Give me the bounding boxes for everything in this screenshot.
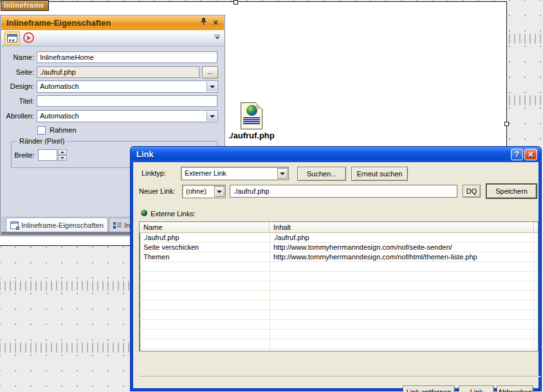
properties-icon [7, 34, 17, 42]
links-table: Name Inhalt ./aufruf.php ./aufruf.php Se… [139, 221, 538, 351]
name-label: Name: [1, 53, 34, 61]
object-label: ./aufruf.php [223, 131, 281, 140]
design-label: Design: [1, 82, 34, 90]
table-row[interactable]: Seite verschicken http://www.tommyherrma… [140, 243, 538, 252]
breite-stepper[interactable] [58, 149, 67, 161]
cell-name: Themen [140, 252, 270, 262]
table-body: ./aufruf.php ./aufruf.php Seite verschic… [140, 233, 538, 350]
rahmen-label: Rahmen [50, 126, 77, 134]
seite-label: Seite: [1, 68, 34, 76]
erneut-suchen-button[interactable]: Erneut suchen [351, 167, 408, 181]
record-icon[interactable] [23, 32, 34, 43]
app-screen: ./aufruf.php Inlineframe Inlineframe-Eig… [0, 0, 543, 392]
linktyp-value: Externer Link [185, 169, 226, 177]
abrollen-label: Abrollen: [1, 112, 34, 120]
speichern-button[interactable]: Speichern [486, 184, 537, 198]
cell-name: ./aufruf.php [140, 233, 270, 243]
selection-handle-top[interactable] [234, 0, 238, 5]
column-header-spacer [534, 222, 538, 232]
column-header-name[interactable]: Name [140, 222, 270, 232]
inlineframe-object[interactable] [241, 102, 262, 129]
help-icon[interactable]: ? [511, 149, 523, 160]
dq-button[interactable]: DQ [463, 185, 481, 198]
titel-input[interactable] [37, 95, 217, 107]
divider [139, 376, 540, 377]
selection-handle-right[interactable] [504, 122, 509, 126]
chevron-down-icon[interactable] [207, 82, 217, 91]
properties-tab-icon [10, 221, 19, 229]
chevron-down-icon[interactable] [207, 111, 217, 121]
globe-icon [141, 210, 147, 216]
chevron-down-icon[interactable] [277, 168, 288, 179]
browse-button[interactable]: ... [202, 66, 218, 79]
globe-icon [246, 105, 257, 116]
cell-inhalt: http://www.tommyherrmanndesign.com/nof/s… [270, 243, 538, 252]
text-line-icon [243, 121, 260, 122]
design-value: Automatisch [40, 82, 79, 90]
cell-name: Seite verschicken [140, 243, 270, 252]
column-divider [270, 233, 270, 350]
table-row[interactable]: Themen http://www.tommyherrmanndesign.co… [140, 252, 538, 262]
linktyp-label: Linktyp: [142, 169, 166, 177]
breite-input[interactable] [38, 149, 57, 161]
link-dialog: Link ? ✕ Linktyp: Externer Link Suchen..… [131, 147, 541, 391]
suchen-button[interactable]: Suchen... [297, 167, 346, 181]
tab-inlineframe-eigenschaften[interactable]: Inlineframe-Eigenschaften [6, 218, 108, 232]
column-header-inhalt[interactable]: Inhalt [270, 222, 534, 232]
neuer-link-label: Neuer Link: [139, 187, 175, 195]
tab-label: In [124, 221, 130, 229]
spin-up-icon[interactable] [58, 149, 67, 155]
abrollen-value: Automatisch [40, 112, 79, 120]
pin-icon[interactable] [198, 18, 208, 28]
page-fold-icon [256, 102, 262, 109]
rahmen-checkbox[interactable] [37, 126, 46, 135]
text-line-icon [243, 123, 260, 124]
design-select[interactable]: Automatisch [37, 80, 218, 93]
spin-down-icon[interactable] [58, 155, 67, 161]
neuer-link-combo-value: (ohne) [186, 187, 207, 195]
linktyp-select[interactable]: Externer Link [181, 167, 289, 180]
selection-tab[interactable]: Inlineframe [1, 0, 49, 11]
dialog-title: Link [136, 149, 154, 159]
toolbar-overflow-icon[interactable] [214, 35, 220, 39]
neuer-link-select[interactable]: (ohne) [182, 185, 226, 198]
link-entfernen-button[interactable]: Link entfernen [403, 386, 455, 392]
breite-label: Breite: [12, 151, 35, 159]
list-tab-icon [113, 221, 122, 229]
panel-toolbar [1, 30, 224, 46]
properties-view-button[interactable] [5, 32, 20, 45]
column-divider [534, 233, 535, 350]
abrollen-select[interactable]: Automatisch [37, 110, 218, 122]
raender-legend: Ränder (Pixel) [17, 137, 67, 145]
name-input[interactable] [37, 51, 217, 63]
text-line-icon [243, 119, 260, 120]
chevron-down-icon[interactable] [214, 186, 225, 197]
seite-input[interactable] [37, 66, 199, 78]
close-icon[interactable]: ✕ [524, 149, 537, 160]
dialog-titlebar[interactable]: Link ? ✕ [131, 147, 541, 162]
neuer-link-input[interactable] [230, 185, 457, 198]
cell-inhalt: http://www.tommyherrmanndesign.com/nof/h… [270, 252, 538, 262]
cell-inhalt: ./aufruf.php [270, 233, 538, 243]
tab-label: Inlineframe-Eigenschaften [21, 221, 104, 229]
link-button[interactable]: Link [459, 386, 494, 392]
titel-label: Titel: [1, 97, 34, 105]
abbrechen-button[interactable]: Abbrechen [497, 386, 533, 392]
dialog-body: Linktyp: Externer Link Suchen... Erneut … [131, 162, 541, 391]
panel-titlebar[interactable]: Inlineframe-Eigenschaften ✕ [1, 16, 224, 30]
externe-links-label: Externe Links: [151, 210, 196, 218]
panel-title: Inlineframe-Eigenschaften [6, 18, 111, 28]
text-line-icon [243, 117, 260, 118]
table-row[interactable]: ./aufruf.php ./aufruf.php [140, 233, 538, 243]
close-icon[interactable]: ✕ [210, 18, 221, 28]
table-header[interactable]: Name Inhalt [140, 222, 538, 233]
